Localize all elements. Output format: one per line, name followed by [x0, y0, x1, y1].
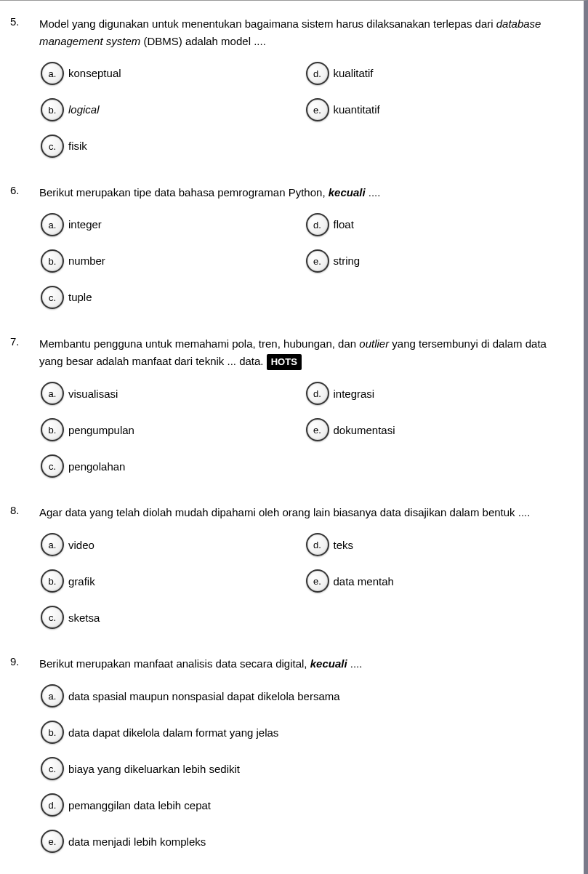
option-column: d.teks: [305, 533, 570, 569]
option-label: sketsa: [68, 611, 100, 625]
option-label: pemanggilan data lebih cepat: [68, 798, 211, 813]
answer-option[interactable]: e.kuantitatif: [305, 98, 570, 121]
answer-option[interactable]: c.sketsa: [39, 606, 305, 629]
option-letter-circle[interactable]: c.: [41, 135, 64, 158]
option-letter-circle[interactable]: e.: [306, 249, 329, 273]
option-column: b.data dapat dikelola dalam format yang …: [39, 721, 569, 757]
answer-option[interactable]: d.pemanggilan data lebih cepat: [39, 793, 569, 817]
question-body: Membantu pengguna untuk memahami pola, t…: [39, 335, 576, 491]
option-letter-circle[interactable]: a.: [41, 684, 64, 707]
question: 7.Membantu pengguna untuk memahami pola,…: [7, 335, 576, 491]
option-letter-circle[interactable]: d.: [306, 533, 329, 556]
option-letter-circle[interactable]: e.: [306, 569, 329, 593]
question-number: 6.: [7, 184, 39, 322]
text-span: integer: [68, 218, 102, 230]
option-column: a.konseptual: [39, 62, 305, 98]
answer-option[interactable]: b.pengumpulan: [39, 418, 305, 441]
option-column: a.video: [39, 533, 305, 569]
option-letter-circle[interactable]: b.: [41, 418, 64, 441]
option-letter-circle[interactable]: a.: [41, 533, 64, 556]
question: 9.Berikut merupakan manfaat analisis dat…: [7, 655, 576, 866]
option-label: kualitatif: [334, 66, 374, 81]
option-letter-circle[interactable]: d.: [306, 382, 329, 405]
text-span: pengumpulan: [68, 424, 134, 436]
option-column: c.sketsa: [39, 606, 305, 642]
question-text: Berikut merupakan tipe data bahasa pemro…: [39, 184, 569, 201]
option-letter-circle[interactable]: e.: [306, 418, 329, 441]
option-column: d.pemanggilan data lebih cepat: [39, 793, 569, 830]
options-grid: a.data spasial maupun nonspasial dapat d…: [39, 684, 569, 866]
option-column: e.string: [305, 249, 570, 286]
question-number: 9.: [7, 655, 39, 866]
option-letter-circle[interactable]: b.: [41, 721, 64, 744]
answer-option[interactable]: e.string: [305, 249, 570, 273]
question-text: Berikut merupakan manfaat analisis data …: [39, 655, 569, 673]
answer-option[interactable]: c.biaya yang dikeluarkan lebih sedikit: [39, 757, 569, 780]
option-letter-circle[interactable]: d.: [306, 62, 329, 85]
answer-option[interactable]: d.integrasi: [305, 382, 570, 405]
option-letter-circle[interactable]: a.: [41, 382, 64, 405]
answer-option[interactable]: d.kualitatif: [305, 62, 570, 85]
option-letter-circle[interactable]: e.: [41, 830, 64, 853]
answer-option[interactable]: a.konseptual: [39, 62, 305, 85]
answer-option[interactable]: a.visualisasi: [39, 382, 305, 405]
question: 6.Berikut merupakan tipe data bahasa pem…: [7, 184, 576, 322]
text-span: grafik: [68, 575, 95, 588]
answer-option[interactable]: d.float: [305, 213, 570, 236]
option-letter-circle[interactable]: b.: [41, 569, 64, 593]
option-label: integer: [68, 217, 102, 232]
answer-option[interactable]: c.tuple: [39, 286, 305, 309]
option-letter-circle[interactable]: d.: [306, 213, 329, 236]
answer-option[interactable]: d.teks: [305, 533, 570, 556]
answer-option[interactable]: b.data dapat dikelola dalam format yang …: [39, 721, 569, 744]
question-body: Agar data yang telah diolah mudah dipaha…: [39, 504, 576, 642]
option-letter-circle[interactable]: a.: [41, 62, 64, 85]
option-column: a.data spasial maupun nonspasial dapat d…: [39, 684, 569, 721]
answer-option[interactable]: b.logical: [39, 98, 305, 121]
option-letter-circle[interactable]: a.: [41, 213, 64, 236]
answer-option[interactable]: e.data mentah: [305, 569, 570, 593]
option-label: kuantitatif: [334, 103, 380, 117]
answer-option[interactable]: b.grafik: [39, 569, 305, 593]
answer-option[interactable]: c.fisik: [39, 135, 305, 158]
answer-option[interactable]: a.integer: [39, 213, 305, 236]
option-letter-circle[interactable]: e.: [306, 98, 329, 121]
option-column: b.logical: [39, 98, 305, 135]
answer-option[interactable]: b.number: [39, 249, 305, 273]
option-letter-circle[interactable]: d.: [41, 793, 64, 817]
answer-option[interactable]: c.pengolahan: [39, 454, 305, 478]
text-span: sketsa: [68, 612, 100, 624]
text-span: Agar data yang telah diolah mudah dipaha…: [39, 506, 530, 518]
text-span: data dapat dikelola dalam format yang je…: [68, 726, 278, 739]
answer-option[interactable]: e.data menjadi lebih kompleks: [39, 830, 569, 853]
option-label: float: [334, 217, 354, 232]
answer-option[interactable]: e.dokumentasi: [305, 418, 570, 441]
option-letter-circle[interactable]: c.: [41, 606, 64, 629]
option-column: e.data mentah: [305, 569, 570, 606]
text-span: string: [334, 254, 361, 267]
option-column: b.pengumpulan: [39, 418, 305, 454]
option-letter-circle[interactable]: b.: [41, 98, 64, 121]
text-span: tuple: [68, 291, 92, 303]
option-label: string: [334, 254, 361, 268]
option-label: grafik: [68, 574, 95, 589]
text-span: kualitatif: [334, 67, 374, 79]
text-span: kecuali: [329, 186, 366, 199]
text-span: Membantu pengguna untuk memahami pola, t…: [39, 337, 359, 350]
option-column: b.number: [39, 249, 305, 286]
option-letter-circle[interactable]: c.: [41, 757, 64, 780]
question-body: Berikut merupakan manfaat analisis data …: [39, 655, 576, 866]
option-column: a.integer: [39, 213, 305, 249]
option-letter-circle[interactable]: b.: [41, 249, 64, 273]
option-label: number: [68, 254, 105, 268]
option-label: data menjadi lebih kompleks: [68, 835, 206, 849]
text-span: Berikut merupakan manfaat analisis data …: [39, 657, 310, 670]
text-span: kuantitatif: [334, 103, 380, 116]
option-letter-circle[interactable]: c.: [41, 286, 64, 309]
answer-option[interactable]: a.video: [39, 533, 305, 556]
worksheet-page: 5.Model yang digunakan untuk menentukan …: [0, 0, 588, 874]
answer-option[interactable]: a.data spasial maupun nonspasial dapat d…: [39, 684, 569, 707]
option-label: konseptual: [68, 66, 121, 81]
options-grid: a.videod.teksb.grafike.data mentahc.sket…: [39, 533, 569, 642]
option-letter-circle[interactable]: c.: [41, 454, 64, 478]
